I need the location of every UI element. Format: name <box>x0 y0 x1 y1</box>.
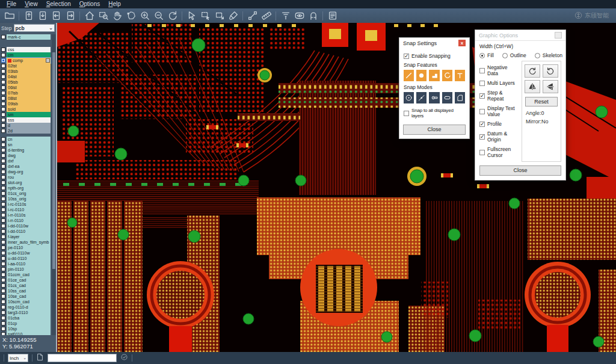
layer-label[interactable]: d <box>7 123 51 128</box>
layer-checkbox[interactable] <box>1 245 5 250</box>
layer-checkbox[interactable] <box>1 113 5 117</box>
layer-label[interactable]: 10scm_cad <box>7 299 51 304</box>
layer-checkbox[interactable] <box>1 123 5 128</box>
layer-checkbox[interactable] <box>1 294 5 298</box>
layer-row-pin-0110[interactable]: pin-0110 <box>1 267 51 272</box>
layer-row-reg-0110-d[interactable]: reg-0110-d <box>1 304 51 310</box>
graphic-option-datum-origin[interactable]: Datum & Origin <box>479 131 518 143</box>
layer-checkbox[interactable] <box>1 316 5 320</box>
graphic-dialog-titlebar[interactable]: Graphic Options <box>475 30 565 40</box>
layer-row-i-dd-0110w[interactable]: i-dd-0110w <box>1 223 51 229</box>
layer-label[interactable]: i-rc-0110s <box>7 202 51 207</box>
layer-label[interactable]: sm <box>7 112 51 117</box>
layer-label[interactable]: 01ccm_cad <box>7 272 51 277</box>
layer-row-03lsb[interactable]: 03lsb <box>1 69 51 74</box>
layer-row-d-tenting[interactable]: d-tenting <box>1 147 51 153</box>
layer-label[interactable]: 01cp <box>7 321 51 326</box>
layer-checkbox[interactable] <box>1 148 5 152</box>
menu-view[interactable]: View <box>20 0 42 8</box>
layer-row-u-dd-0110[interactable]: u-dd-0110 <box>1 256 51 261</box>
layer-row-sold[interactable]: sold <box>1 106 51 112</box>
graphic-option-fullscreen-cursor[interactable]: Fullscreen Cursor <box>479 146 518 158</box>
layer-row-targ3-0110[interactable]: targ3-0110 <box>1 310 51 315</box>
layer-label[interactable]: saf0110 <box>7 332 51 335</box>
layer-label[interactable]: 2d <box>7 128 51 134</box>
layer-checkbox[interactable] <box>1 153 5 158</box>
zoom-window-icon[interactable] <box>96 10 110 22</box>
step-selector[interactable]: pcb ⌄ <box>14 24 55 32</box>
close-icon[interactable]: x <box>458 40 466 46</box>
layer-label[interactable]: 01ce_cad <box>7 277 51 283</box>
layer-label[interactable]: 08lst <box>7 96 51 101</box>
layer-label[interactable]: dwg-org <box>7 169 51 174</box>
layer-row-rou[interactable]: rou <box>1 174 51 180</box>
snap-feature-pad-button[interactable] <box>416 70 427 81</box>
layer-checkbox[interactable] <box>1 118 5 122</box>
layer-label[interactable]: slot-org <box>7 180 51 185</box>
open-folder-icon[interactable] <box>2 10 16 22</box>
snap-icon[interactable] <box>306 10 320 22</box>
layer-checkbox[interactable] <box>1 218 5 223</box>
layer-label[interactable]: 06lst <box>7 85 51 90</box>
layer-label[interactable]: 01cba <box>7 315 51 321</box>
layer-label[interactable]: 02lst <box>7 63 51 69</box>
layer-checkbox[interactable] <box>1 305 5 309</box>
snap-all-layers-checkbox[interactable]: Snap to all displayed layers <box>404 108 465 119</box>
layer-checkbox[interactable] <box>1 310 5 315</box>
layer-label[interactable]: 10ss_cad <box>7 288 51 294</box>
layer-checkbox[interactable] <box>1 91 5 95</box>
snap-feature-text-button[interactable] <box>455 70 465 81</box>
layer-label[interactable]: inner_auto_film_symb <box>7 239 51 245</box>
layer-checkbox[interactable] <box>1 48 5 52</box>
layer-checkbox[interactable] <box>1 197 5 201</box>
layer-row-10sp[interactable]: 10sp <box>1 326 51 332</box>
width-radio-fill[interactable]: Fill <box>479 52 494 58</box>
layer-label[interactable]: 09lsb <box>7 101 51 106</box>
layer-row-07lsb[interactable]: 07lsb <box>1 90 51 96</box>
layer-label[interactable]: dxf <box>7 158 51 164</box>
pcb-canvas[interactable]: Snap Settings x Enable Snapping Snap Fea… <box>57 23 616 352</box>
layer-checkbox[interactable] <box>1 35 5 39</box>
layer-row-dwg[interactable]: dwg <box>1 153 51 158</box>
layer-checkbox[interactable] <box>1 80 5 84</box>
layer-checkbox[interactable] <box>1 102 5 106</box>
layer-scrollbar[interactable] <box>52 34 56 335</box>
scrollbar-thumb[interactable] <box>52 52 55 269</box>
layer-row-saf0110[interactable]: saf0110 <box>1 332 51 335</box>
layer-checkbox[interactable] <box>1 186 5 190</box>
layer-row-pe-0110[interactable]: pe-0110 <box>1 245 51 250</box>
layer-row-08lst[interactable]: 08lst <box>1 96 51 101</box>
layer-label[interactable]: i-rr-0110s <box>7 212 51 218</box>
menu-help[interactable]: Help <box>104 0 125 8</box>
layer-label[interactable]: 01cs_cad <box>7 283 51 288</box>
snap-dialog-titlebar[interactable]: Snap Settings x <box>399 38 469 48</box>
graphic-close-button[interactable]: Close <box>479 165 561 176</box>
reset-button[interactable]: Reset <box>525 97 558 106</box>
pan-hand-icon[interactable] <box>110 10 124 22</box>
layer-row-dxf-ea[interactable]: dxf-ea <box>1 164 51 169</box>
layer-row-inner_auto_film_symb[interactable]: inner_auto_film_symb <box>1 239 51 245</box>
mirror-horizontal-button[interactable] <box>525 80 540 93</box>
width-radio-outline[interactable]: Outline <box>502 52 526 58</box>
layer-label[interactable]: dxf-ea <box>7 164 51 169</box>
layer-label[interactable]: comp <box>7 58 51 63</box>
layer-row-sn[interactable]: sn <box>1 142 51 147</box>
layer-row-i-rr-0110s[interactable]: i-rr-0110s <box>1 212 51 218</box>
layer-row-slot-org[interactable]: slot-org <box>1 180 51 185</box>
layer-row-cn[interactable]: cn <box>1 137 51 142</box>
layer-checkbox[interactable] <box>1 273 5 277</box>
filter-icon[interactable] <box>279 10 292 22</box>
layer-checkbox[interactable] <box>1 332 5 335</box>
layer-row-css[interactable]: css <box>1 47 51 52</box>
layer-checkbox[interactable] <box>1 256 5 261</box>
layer-label[interactable]: 10sp <box>7 326 51 332</box>
layer-checkbox[interactable] <box>1 240 5 244</box>
layer-label[interactable]: pe-0110 <box>7 245 51 250</box>
layer-label[interactable]: 05lsb <box>7 79 51 85</box>
layer-label[interactable]: i-rr-0110 <box>7 218 51 223</box>
import-file-icon[interactable] <box>35 10 49 22</box>
layer-row-i-rc-0110s[interactable]: i-rc-0110s <box>1 202 51 207</box>
layer-checkbox[interactable] <box>1 170 5 174</box>
layer-row-i-aa-0110[interactable]: i-aa-0110 <box>1 261 51 267</box>
layer-row-u-dd-0110w[interactable]: u-dd-0110w <box>1 250 51 256</box>
